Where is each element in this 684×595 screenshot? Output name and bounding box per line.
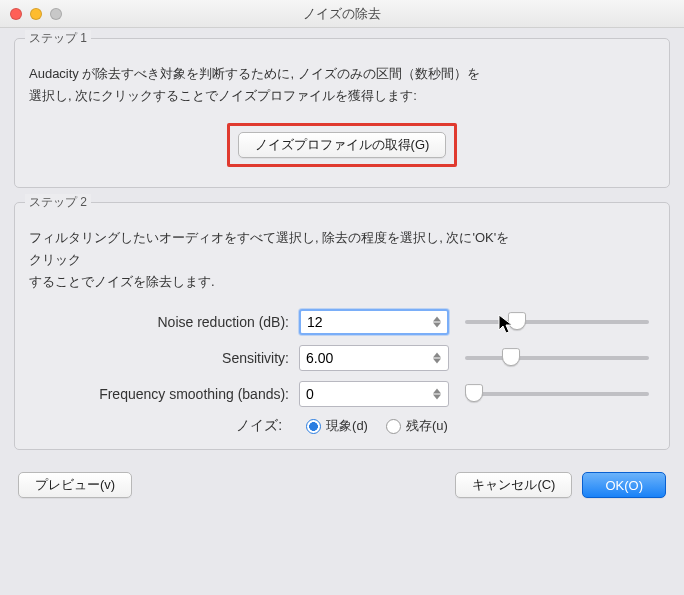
noise-reduction-slider[interactable] [459,320,655,324]
sensitivity-row: Sensitivity: [29,345,655,371]
sensitivity-slider[interactable] [459,356,655,360]
step1-description: Audacity が除去すべき対象を判断するために, ノイズのみの区間（数秒間）… [29,63,655,107]
freq-smoothing-input[interactable] [299,381,449,407]
highlight-frame: ノイズプロファイルの取得(G) [227,123,458,167]
noise-mode-residue-radio[interactable]: 残存(u) [386,417,448,435]
noise-reduction-stepper[interactable] [433,317,445,328]
dialog-button-row: プレビュー(v) キャンセル(C) OK(O) [14,464,670,498]
step1-desc-line1: Audacity が除去すべき対象を判断するために, ノイズのみの区間（数秒間）… [29,66,480,81]
window-title: ノイズの除去 [0,5,684,23]
noise-mode-label: ノイズ: [236,417,282,435]
zoom-window-button [50,8,62,20]
step2-desc-line1: フィルタリングしたいオーディオをすべて選択し, 除去の程度を選択し, 次に'OK… [29,230,509,245]
step2-desc-line3: することでノイズを除去します. [29,274,215,289]
noise-reduction-input[interactable] [299,309,449,335]
step1-desc-line2: 選択し, 次にクリックすることでノイズプロファイルを獲得します: [29,88,417,103]
noise-mode-reduce-radio[interactable]: 現象(d) [306,417,368,435]
radio-checked-icon [306,419,321,434]
window-controls [0,8,62,20]
minimize-window-button[interactable] [30,8,42,20]
ok-button[interactable]: OK(O) [582,472,666,498]
step2-description: フィルタリングしたいオーディオをすべて選択し, 除去の程度を選択し, 次に'OK… [29,227,655,293]
step1-group: ステップ 1 Audacity が除去すべき対象を判断するために, ノイズのみの… [14,38,670,188]
cancel-button[interactable]: キャンセル(C) [455,472,572,498]
freq-smoothing-label: Frequency smoothing (bands): [29,386,289,402]
sensitivity-stepper[interactable] [433,353,445,364]
step1-label: ステップ 1 [25,30,91,47]
close-window-button[interactable] [10,8,22,20]
freq-smoothing-slider[interactable] [459,392,655,396]
noise-reduction-label: Noise reduction (dB): [29,314,289,330]
noise-reduction-row: Noise reduction (dB): [29,309,655,335]
noise-mode-reduce-label: 現象(d) [326,417,368,435]
preview-button[interactable]: プレビュー(v) [18,472,132,498]
freq-smoothing-row: Frequency smoothing (bands): [29,381,655,407]
radio-unchecked-icon [386,419,401,434]
titlebar: ノイズの除去 [0,0,684,28]
sensitivity-input[interactable] [299,345,449,371]
get-noise-profile-button[interactable]: ノイズプロファイルの取得(G) [238,132,447,158]
sensitivity-label: Sensitivity: [29,350,289,366]
noise-mode-row: ノイズ: 現象(d) 残存(u) [29,417,655,435]
step2-label: ステップ 2 [25,194,91,211]
step2-group: ステップ 2 フィルタリングしたいオーディオをすべて選択し, 除去の程度を選択し… [14,202,670,450]
step2-desc-line2: クリック [29,252,81,267]
dialog-content: ステップ 1 Audacity が除去すべき対象を判断するために, ノイズのみの… [0,28,684,512]
noise-mode-residue-label: 残存(u) [406,417,448,435]
freq-smoothing-stepper[interactable] [433,389,445,400]
